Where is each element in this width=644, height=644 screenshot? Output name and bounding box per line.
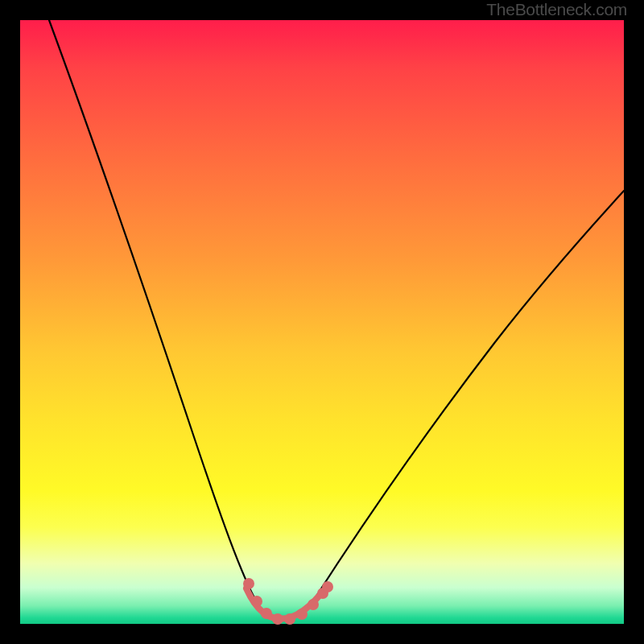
chart-svg: [20, 20, 624, 624]
trough-dot: [243, 578, 254, 589]
trough-dot: [284, 613, 295, 625]
trough-dot: [261, 608, 272, 619]
trough-dot: [251, 596, 262, 607]
trough-dot: [322, 581, 333, 592]
chart-frame: TheBottleneck.com: [20, 20, 624, 624]
trough-dot: [272, 613, 283, 625]
trough-dot: [296, 609, 308, 620]
watermark-text: TheBottleneck.com: [486, 0, 627, 19]
bottleneck-curve: [49, 20, 624, 619]
trough-dot: [308, 599, 319, 610]
